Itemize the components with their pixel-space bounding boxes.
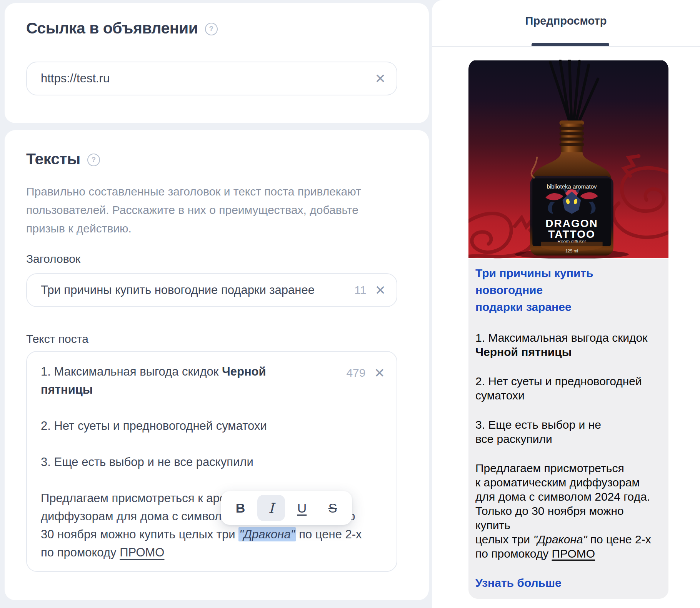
dragon-diffuser-illustration: biblioteka aromatov DRAGON [468, 60, 668, 259]
headline-value[interactable]: Три причины купить новогодние подарки за… [41, 283, 354, 297]
clear-post-button[interactable]: ✕ [373, 366, 386, 379]
preview-paragraph: 1. Максимальная выгода скидок Черной пят… [475, 331, 662, 359]
texts-section-title-row: Тексты ? [26, 150, 100, 168]
close-icon: ✕ [375, 71, 386, 86]
italic-button[interactable]: I [257, 495, 285, 521]
tab-preview[interactable]: Предпросмотр [432, 15, 700, 27]
preview-paragraph: 3. Еще есть выбор и не все раскупили [475, 418, 662, 446]
active-tab-indicator [532, 43, 609, 46]
ad-url-input[interactable]: https://test.ru ✕ [26, 62, 397, 95]
underline-button[interactable]: U [288, 495, 316, 521]
preview-paragraph: 2. Нет суеты и предновогодней суматохи [475, 374, 662, 403]
help-icon[interactable]: ? [205, 23, 218, 35]
post-line: пятницы [41, 381, 339, 399]
ad-link-card: Ссылка в объявлении ? https://test.ru ✕ [5, 3, 429, 123]
ad-url-value[interactable]: https://test.ru [41, 72, 374, 85]
post-text-area[interactable]: 1. Максимальная выгода скидок Черной пят… [26, 351, 397, 572]
ad-creative-image: biblioteka aromatov DRAGON [468, 60, 668, 259]
texts-title: Тексты [26, 150, 80, 168]
post-text-label: Текст поста [26, 332, 88, 346]
headline-counter: 11 [354, 284, 366, 297]
close-icon: ✕ [374, 365, 385, 381]
preview-tab-row: Предпросмотр [432, 0, 700, 47]
volume-text: 125 ml [565, 249, 578, 253]
headline-label: Заголовок [26, 252, 80, 266]
ad-link-section-title-row: Ссылка в объявлении ? [26, 19, 218, 37]
headline-input[interactable]: Три причины купить новогодние подарки за… [26, 273, 397, 307]
post-line: по промокоду ПРОМО [41, 543, 339, 561]
strikethrough-button[interactable]: S [319, 495, 347, 521]
help-glyph: ? [92, 156, 96, 164]
post-counter: 479 [346, 366, 365, 379]
post-line: 1. Максимальная выгода скидок Черной [41, 362, 339, 381]
post-blank-line [41, 471, 339, 489]
post-line: 30 ноября можно купить целых три "Дракон… [41, 525, 339, 543]
help-glyph: ? [209, 25, 213, 33]
bold-button[interactable]: B [227, 495, 254, 521]
selected-text[interactable]: "Дракона" [238, 527, 296, 541]
brand-text: biblioteka aromatov [547, 183, 597, 190]
preview-paragraph: Предлагаем присмотреться к ароматическим… [475, 461, 662, 561]
preview-post-title[interactable]: Три причины купить новогодние подарки за… [475, 265, 662, 316]
product-name-line2: TATTOO [548, 228, 595, 240]
post-blank-line [41, 399, 339, 417]
preview-post-body: Три причины купить новогодние подарки за… [468, 259, 668, 599]
learn-more-link[interactable]: Узнать больше [475, 576, 662, 590]
text-format-toolbar: B I U S [221, 491, 352, 525]
clear-headline-button[interactable]: ✕ [374, 284, 387, 297]
texts-description: Правильно составленные заголовок и текст… [26, 182, 380, 238]
clear-url-button[interactable]: ✕ [374, 72, 387, 85]
ad-preview-card: biblioteka aromatov DRAGON [468, 60, 668, 599]
texts-card: Тексты ? Правильно составленные заголово… [5, 130, 429, 600]
promo-code-text: ПРОМО [552, 547, 595, 560]
help-icon[interactable]: ? [87, 154, 100, 166]
promo-code-text: ПРОМО [120, 546, 164, 559]
product-name-line1: DRAGON [545, 217, 598, 229]
preview-panel: Предпросмотр [432, 0, 700, 608]
ad-link-title: Ссылка в объявлении [26, 19, 198, 37]
close-icon: ✕ [375, 282, 386, 298]
post-line: 2. Нет суеты и предновогодней суматохи [41, 417, 339, 435]
post-blank-line [41, 435, 339, 453]
post-line: 3. Еще есть выбор и не все раскупили [41, 453, 339, 471]
